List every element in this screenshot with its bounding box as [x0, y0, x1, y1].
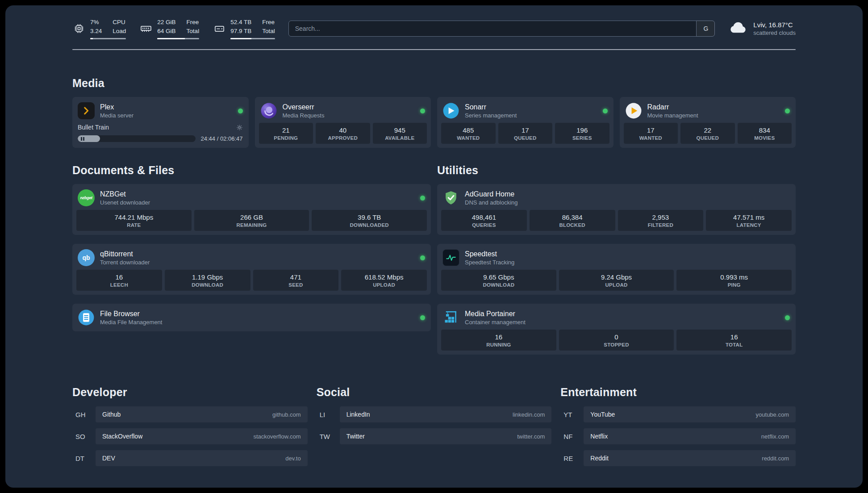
service-link-qbittorrent[interactable]: qb qBittorrent Torrent downloader: [76, 248, 427, 270]
memory-free-value: 22 GiB: [157, 18, 175, 27]
stat-label: RUNNING: [443, 342, 555, 347]
service-link-portainer[interactable]: Media Portainer Container management: [441, 308, 792, 330]
bookmark-url: twitter.com: [517, 433, 545, 440]
bookmark-dev[interactable]: DT DEV dev.to: [72, 450, 308, 466]
service-subtitle: Speedtest Tracking: [465, 259, 514, 266]
bookmark-netflix[interactable]: NF Netflix netflix.com: [560, 428, 796, 444]
stat-running: 16 RUNNING: [441, 330, 556, 351]
stat-label: QUEUED: [500, 135, 551, 141]
service-link-nzbget[interactable]: nzbget NZBGet Usenet downloader: [76, 188, 427, 210]
stat-label: QUERIES: [443, 222, 525, 228]
bookmark-link[interactable]: Github github.com: [96, 406, 308, 422]
service-link-radarr[interactable]: Radarr Movie management: [624, 101, 792, 123]
stat-value: 2,953: [620, 213, 702, 221]
bookmark-youtube[interactable]: YT YouTube youtube.com: [560, 406, 796, 422]
service-link-adguard[interactable]: AdGuard Home DNS and adblocking: [441, 188, 792, 210]
section-title-utilities: Utilities: [437, 164, 796, 177]
service-name: Sonarr: [465, 103, 517, 111]
stat-remaining: 266 GB REMAINING: [194, 210, 309, 231]
bookmark-stackoverflow[interactable]: SO StackOverflow stackoverflow.com: [72, 428, 308, 444]
bookmark-twitter[interactable]: TW Twitter twitter.com: [317, 428, 552, 444]
stat-seed: 471 SEED: [253, 270, 339, 291]
stat-label: LATENCY: [708, 222, 790, 228]
stat-value: 9.24 Gbps: [561, 273, 672, 281]
stat-value: 498,461: [443, 213, 525, 221]
section-title-media: Media: [72, 77, 796, 90]
playback-progress-bar[interactable]: [78, 135, 196, 142]
memory-widget: 22 GiB 64 GiB Free Total: [139, 18, 199, 39]
adguard-icon: [442, 189, 459, 206]
service-link-speedtest[interactable]: Speedtest Speedtest Tracking: [441, 248, 792, 270]
stat-available: 945 AVAILABLE: [373, 123, 427, 144]
stat-value: 266 GB: [196, 213, 308, 221]
stat-label: STOPPED: [561, 342, 672, 347]
bookmark-url: github.com: [272, 411, 301, 418]
bookmark-github[interactable]: GH Github github.com: [72, 406, 308, 422]
stat-value: 86,384: [531, 213, 613, 221]
stat-movies: 834 MOVIES: [738, 123, 792, 144]
service-name: Overseerr: [283, 103, 325, 111]
service-subtitle: Series management: [465, 112, 517, 119]
memory-usage-bar: [157, 38, 199, 39]
service-link-plex[interactable]: Plex Media server: [76, 101, 245, 123]
playback-time: 24:44 / 02:06:47: [201, 135, 243, 142]
search-bar: G: [288, 21, 715, 37]
bookmark-reddit[interactable]: RE Reddit reddit.com: [560, 450, 796, 466]
service-card-nzbget: nzbget NZBGet Usenet downloader 744.21 M…: [72, 184, 431, 235]
search-provider-button[interactable]: G: [696, 21, 715, 37]
bookmark-link[interactable]: LinkedIn linkedin.com: [340, 406, 552, 422]
stat-label: BLOCKED: [531, 222, 613, 228]
bookmark-link[interactable]: Twitter twitter.com: [340, 428, 552, 444]
plex-now-playing: Bullet Train: [76, 123, 245, 144]
disk-icon: [213, 23, 226, 35]
memory-free-label: Free: [187, 18, 200, 27]
service-name: AdGuard Home: [465, 190, 518, 198]
bookmark-name: Reddit: [590, 455, 608, 462]
bookmark-link[interactable]: DEV dev.to: [96, 450, 308, 466]
stat-total: 16 TOTAL: [676, 330, 792, 351]
stat-value: 196: [557, 126, 608, 134]
service-name: NZBGet: [100, 190, 150, 198]
stat-queued: 17 QUEUED: [498, 123, 553, 144]
stat-label: APPROVED: [317, 135, 368, 141]
bookmark-name: Twitter: [346, 433, 365, 440]
stat-value: 17: [500, 126, 551, 134]
stat-value: 47.571 ms: [708, 213, 790, 221]
stat-value: 17: [626, 126, 676, 134]
service-link-sonarr[interactable]: Sonarr Series management: [441, 101, 609, 123]
bookmark-name: DEV: [102, 455, 115, 462]
bookmark-abbr: LI: [317, 411, 340, 418]
weather-condition: scattered clouds: [753, 29, 796, 36]
status-dot: [238, 109, 243, 113]
gear-icon[interactable]: [236, 124, 243, 131]
section-utilities: Utilities AdGuard Home: [437, 164, 796, 355]
service-subtitle: Torrent downloader: [100, 259, 150, 266]
memory-icon: [139, 22, 153, 35]
stat-value: 744.21 Mbps: [78, 213, 190, 221]
bookmark-group-title: Entertainment: [560, 386, 796, 399]
stat-blocked: 86,384 BLOCKED: [530, 210, 615, 231]
cpu-usage-label: CPU: [113, 18, 126, 27]
bookmark-link[interactable]: Netflix netflix.com: [584, 428, 796, 444]
service-link-filebrowser[interactable]: File Browser Media File Management: [76, 308, 427, 327]
service-link-overseerr[interactable]: Overseerr Media Requests: [259, 101, 427, 123]
bookmark-linkedin[interactable]: LI LinkedIn linkedin.com: [317, 406, 552, 422]
stat-value: 0: [561, 333, 672, 341]
bookmark-link[interactable]: StackOverflow stackoverflow.com: [96, 428, 308, 444]
bookmark-link[interactable]: YouTube youtube.com: [584, 406, 796, 422]
stat-value: 39.6 TB: [313, 213, 425, 221]
service-card-qbittorrent: qb qBittorrent Torrent downloader 16: [72, 244, 431, 295]
stat-value: 9.65 Gbps: [443, 273, 555, 281]
service-name: Plex: [100, 103, 134, 111]
stat-value: 485: [443, 126, 494, 134]
bookmark-abbr: TW: [317, 433, 340, 440]
service-card-filebrowser: File Browser Media File Management: [72, 304, 431, 331]
search-input[interactable]: [288, 21, 715, 37]
bookmark-abbr: YT: [560, 411, 584, 418]
weather-location: Lviv, 16.87°C: [753, 21, 796, 29]
bookmark-link[interactable]: Reddit reddit.com: [584, 450, 796, 466]
service-subtitle: Media Requests: [283, 112, 325, 119]
stat-label: RATE: [78, 222, 190, 228]
bookmark-name: Github: [102, 411, 121, 418]
status-dot: [603, 109, 608, 113]
